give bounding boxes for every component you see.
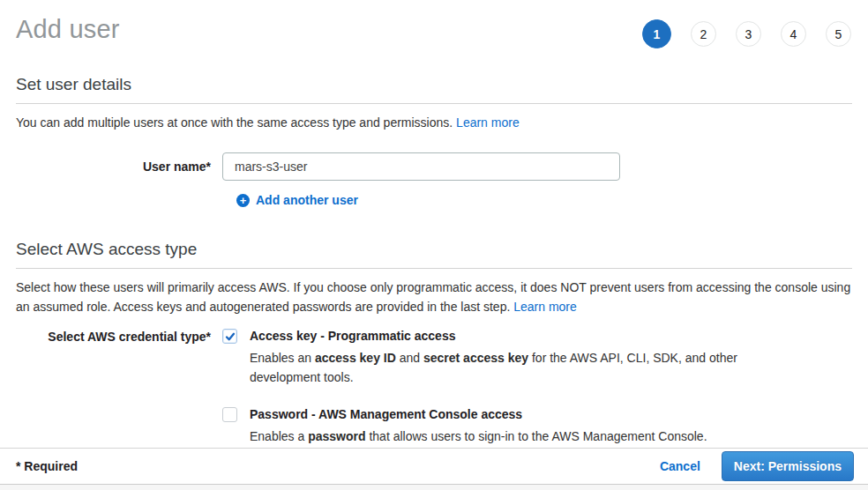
credential-type-row: Select AWS credential type* Access key -… bbox=[16, 329, 852, 446]
page-bottom-strip bbox=[0, 485, 868, 490]
add-another-user-row: + Add another user bbox=[16, 193, 852, 207]
add-user-wizard: Add user 1 2 3 4 5 Set user details You … bbox=[0, 0, 868, 446]
user-details-form: User name* + Add another user bbox=[16, 152, 852, 207]
plus-circle-icon[interactable]: + bbox=[236, 194, 250, 207]
credential-options: Access key - Programmatic access Enables… bbox=[222, 329, 737, 446]
access-key-checkbox[interactable] bbox=[222, 329, 237, 344]
cancel-button[interactable]: Cancel bbox=[660, 459, 700, 473]
user-details-intro-text: You can add multiple users at once with … bbox=[16, 115, 456, 130]
user-details-heading: Set user details bbox=[16, 75, 852, 104]
page-title: Add user bbox=[16, 15, 120, 44]
option-access-key: Access key - Programmatic access Enables… bbox=[222, 329, 737, 387]
next-permissions-button[interactable]: Next: Permissions bbox=[722, 451, 854, 481]
step-indicator-3: 3 bbox=[736, 21, 761, 47]
credential-type-label: Select AWS credential type* bbox=[16, 329, 222, 344]
password-option-title[interactable]: Password - AWS Management Console access bbox=[250, 407, 707, 422]
wizard-footer: * Required Cancel Next: Permissions bbox=[0, 448, 868, 485]
username-row: User name* bbox=[16, 152, 852, 181]
access-key-option-description: Enables an access key ID and secret acce… bbox=[250, 348, 737, 387]
wizard-steps: 1 2 3 4 5 bbox=[642, 19, 852, 48]
username-input[interactable] bbox=[222, 152, 620, 181]
access-type-section: Select AWS access type Select how these … bbox=[16, 240, 852, 446]
option-password: Password - AWS Management Console access… bbox=[222, 407, 737, 446]
access-type-intro-text: Select how these users will primarily ac… bbox=[16, 280, 850, 314]
required-note: * Required bbox=[16, 459, 78, 473]
username-label: User name* bbox=[16, 152, 222, 174]
access-key-option-title[interactable]: Access key - Programmatic access bbox=[250, 329, 737, 344]
access-type-heading: Select AWS access type bbox=[16, 240, 852, 269]
step-indicator-1: 1 bbox=[642, 19, 671, 48]
password-option-body: Password - AWS Management Console access… bbox=[250, 407, 707, 446]
password-option-description: Enables a password that allows users to … bbox=[250, 427, 707, 446]
learn-more-link-access-type[interactable]: Learn more bbox=[513, 300, 577, 314]
user-details-section: Set user details You can add multiple us… bbox=[16, 75, 852, 207]
add-another-user-link[interactable]: Add another user bbox=[256, 193, 358, 207]
access-type-intro: Select how these users will primarily ac… bbox=[16, 278, 852, 316]
step-indicator-5: 5 bbox=[826, 21, 851, 47]
step-indicator-4: 4 bbox=[781, 21, 806, 47]
page-header: Add user 1 2 3 4 5 bbox=[16, 0, 852, 67]
user-details-intro: You can add multiple users at once with … bbox=[16, 113, 852, 132]
credential-form: Select AWS credential type* Access key -… bbox=[16, 329, 852, 446]
step-indicator-2: 2 bbox=[691, 21, 716, 47]
password-checkbox[interactable] bbox=[222, 407, 237, 422]
learn-more-link-user-details[interactable]: Learn more bbox=[456, 115, 520, 130]
checkmark-icon bbox=[225, 331, 236, 342]
access-key-option-body: Access key - Programmatic access Enables… bbox=[250, 329, 737, 387]
